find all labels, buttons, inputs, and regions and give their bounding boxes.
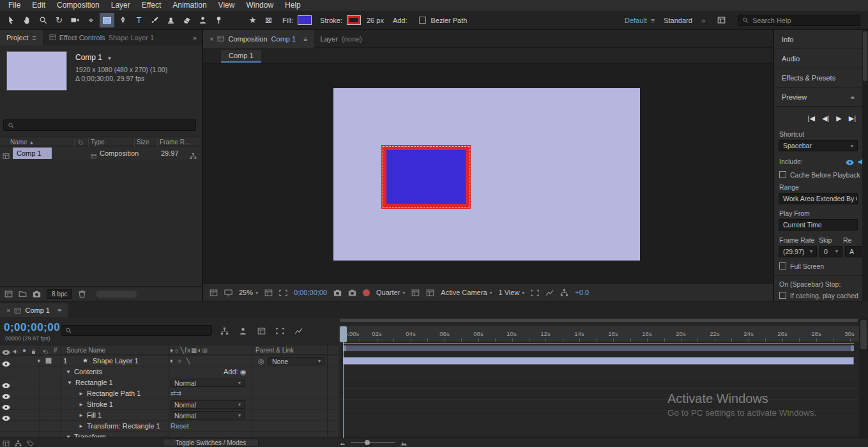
panel-menu-icon[interactable]: ≡ [303, 35, 307, 43]
menu-item-help[interactable]: Help [279, 0, 307, 11]
toggle-transfer-pane-icon[interactable] [15, 439, 22, 447]
stroke-width-value[interactable]: 26 px [367, 17, 384, 24]
twirl-open-icon[interactable]: ▼ [66, 367, 71, 377]
bezier-path-checkbox[interactable] [419, 17, 426, 24]
shape-rectangle[interactable] [381, 145, 471, 209]
eraser-tool-icon[interactable] [179, 13, 194, 27]
tab-composition[interactable]: × Composition Comp 1 ≡ [203, 30, 314, 48]
cache-before-playback-checkbox[interactable] [779, 171, 786, 178]
workspace-grid-icon[interactable] [714, 13, 729, 27]
group-row-contents[interactable]: ▼ Contents Add: ◉ [0, 367, 339, 377]
property-name[interactable]: Stroke 1 [87, 399, 113, 409]
range-dropdown[interactable]: Work Area Extended By C [779, 193, 858, 204]
eye-icon[interactable] [2, 380, 10, 388]
include-audio-speaker-icon[interactable] [858, 157, 862, 166]
help-search-input[interactable] [752, 17, 856, 24]
zoom-out-icon[interactable] [340, 439, 346, 446]
bit-depth-button[interactable]: 8 bpc [47, 289, 72, 299]
property-row-stroke-1[interactable]: ► Stroke 1 Normal▾ [0, 399, 339, 410]
grid-guides-icon[interactable] [264, 288, 273, 297]
eye-icon[interactable] [2, 402, 10, 410]
twirl-open-icon[interactable]: ▼ [67, 378, 72, 388]
interpret-footage-icon[interactable] [4, 289, 13, 298]
play-button[interactable]: ▶ [836, 114, 841, 123]
panel-menu-icon[interactable]: ≡ [57, 307, 61, 314]
motion-blur-icon[interactable] [276, 326, 284, 335]
first-frame-button[interactable]: |◀ [808, 114, 815, 123]
property-name[interactable]: Rectangle Path 1 [87, 388, 141, 398]
panel-effects-presets[interactable]: Effects & Presets [774, 68, 862, 87]
column-frame-rate[interactable]: Frame R... [160, 138, 190, 146]
mask-tool-icon[interactable]: ⊠ [261, 13, 276, 27]
composition-viewer[interactable] [203, 64, 773, 284]
time-navigator-bar[interactable] [340, 319, 858, 322]
new-composition-icon[interactable] [33, 289, 41, 298]
eye-icon[interactable] [2, 391, 10, 399]
column-name[interactable]: Name ▲ [10, 138, 34, 147]
shape-rectangle-fill[interactable] [386, 150, 466, 204]
pixel-aspect-icon[interactable] [531, 288, 539, 297]
timeline-search-input[interactable] [75, 327, 208, 335]
column-type[interactable]: Type [91, 138, 105, 146]
puppet-pin-tool-icon[interactable] [211, 13, 226, 27]
parent-dropdown[interactable]: None▾ [268, 357, 324, 365]
fill-color-swatch[interactable] [298, 16, 311, 24]
preview-monitor-icon[interactable] [224, 288, 232, 297]
reset-link[interactable]: Reset [171, 421, 189, 431]
switches-column-icons[interactable]: ♦☼╲fx▦◐◎ [170, 346, 208, 355]
layer-duration-bar[interactable] [343, 357, 854, 365]
fast-previews-icon[interactable] [411, 288, 420, 297]
type-tool-icon[interactable]: T [132, 13, 146, 27]
layer-name[interactable]: Shape Layer 1 [93, 356, 139, 366]
time-ruler[interactable]: 0:00s 02s 04s 06s 08s 10s 12s 14s 16s 18… [339, 326, 859, 342]
toggle-inout-pane-icon[interactable] [27, 439, 34, 447]
eye-icon[interactable] [2, 358, 10, 367]
number-column[interactable]: # [54, 346, 57, 355]
timeline-nav-icon[interactable] [545, 288, 554, 297]
comp-thumbnail[interactable] [6, 51, 67, 91]
blend-mode-dropdown[interactable]: Normal▾ [171, 411, 245, 420]
twirl-closed-icon[interactable]: ► [79, 411, 84, 421]
resolution-dropdown[interactable]: A [845, 246, 862, 257]
label-color-chip[interactable] [45, 358, 52, 364]
show-snapshot-icon[interactable] [348, 288, 356, 297]
project-search-input[interactable] [17, 121, 192, 129]
delete-item-icon[interactable] [78, 289, 86, 298]
solo-column-icon[interactable]: ● [22, 346, 26, 355]
zoom-slider[interactable] [351, 442, 395, 443]
project-item-row[interactable]: Comp 1 Composition 29.97 [0, 147, 202, 160]
project-search[interactable] [3, 119, 196, 131]
add-shape-property-icon[interactable]: ◉ [240, 367, 247, 377]
rectangle-tool-icon[interactable] [100, 13, 114, 27]
path-direction-icons[interactable]: ⇄⇉ [171, 388, 181, 398]
layer-row-shape-layer-1[interactable]: ▼ 1 ★ Shape Layer 1 ♦ ☼ ╲ ◎ None▾ [0, 356, 339, 367]
close-tab-icon[interactable]: × [6, 307, 10, 314]
include-video-eye-icon[interactable] [846, 158, 854, 165]
property-row-rectangle-path-1[interactable]: ► Rectangle Path 1 ⇄⇉ [0, 388, 339, 399]
stroke-color-swatch[interactable] [347, 16, 360, 24]
menu-item-effect[interactable]: Effect [136, 0, 167, 11]
camera-view-dropdown[interactable]: Active Camera▾ [441, 289, 492, 296]
property-row-transform-rectangle-1[interactable]: ► Transform: Rectangle 1 Reset [0, 421, 339, 432]
selection-tool-icon[interactable] [4, 13, 19, 27]
pen-tool-icon[interactable] [116, 13, 130, 27]
project-item-name[interactable]: Comp 1 [13, 148, 52, 159]
show-channel-icon[interactable] [363, 289, 370, 296]
tab-project[interactable]: Project ≡ [0, 30, 43, 45]
viewer-tab-comp1[interactable]: Comp 1 [221, 50, 261, 63]
scrollbar-thumb[interactable] [860, 320, 867, 349]
panel-menu-icon[interactable]: ≡ [32, 34, 36, 42]
menu-item-view[interactable]: View [213, 0, 241, 11]
blend-mode-dropdown[interactable]: Normal▾ [171, 400, 245, 409]
pan-behind-tool-icon[interactable]: ⌖ [84, 13, 98, 27]
property-row-fill-1[interactable]: ► Fill 1 Normal▾ [0, 410, 339, 421]
zoom-slider-knob[interactable] [365, 440, 370, 445]
play-from-dropdown[interactable]: Current Time [779, 219, 858, 231]
graph-editor-icon[interactable] [294, 326, 303, 335]
mini-flowchart-icon[interactable] [560, 288, 568, 297]
region-of-interest-icon[interactable] [279, 288, 287, 297]
zoom-tool-icon[interactable] [36, 13, 50, 27]
menu-item-composition[interactable]: Composition [51, 0, 105, 11]
next-frame-button[interactable]: ▶| [849, 114, 856, 123]
full-screen-checkbox[interactable] [779, 262, 786, 269]
